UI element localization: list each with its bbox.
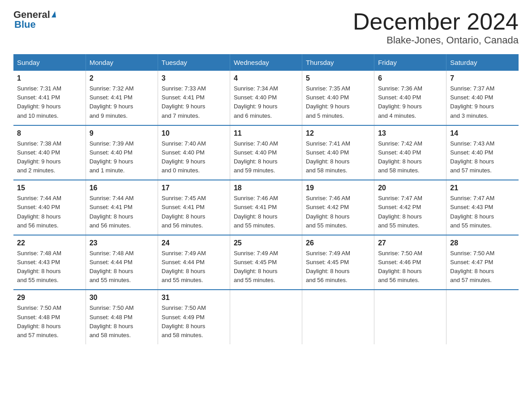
- day-number: 31: [162, 294, 226, 302]
- day-number: 11: [234, 129, 298, 137]
- calendar-cell: 12Sunrise: 7:41 AMSunset: 4:40 PMDayligh…: [302, 125, 374, 180]
- header-tuesday: Tuesday: [158, 54, 230, 71]
- day-number: 26: [306, 239, 370, 247]
- day-info: Sunrise: 7:44 AMSunset: 4:40 PMDaylight:…: [17, 194, 82, 230]
- day-info: Sunrise: 7:46 AMSunset: 4:41 PMDaylight:…: [234, 194, 298, 230]
- calendar-cell: 18Sunrise: 7:46 AMSunset: 4:41 PMDayligh…: [230, 180, 302, 235]
- day-number: 4: [234, 74, 298, 82]
- day-info: Sunrise: 7:41 AMSunset: 4:40 PMDaylight:…: [306, 139, 370, 176]
- calendar-cell: 2Sunrise: 7:32 AMSunset: 4:41 PMDaylight…: [86, 71, 158, 125]
- title-block: December 2024 Blake-Jones, Ontario, Cana…: [353, 9, 519, 46]
- day-info: Sunrise: 7:50 AMSunset: 4:47 PMDaylight:…: [450, 249, 515, 285]
- day-number: 6: [378, 74, 442, 82]
- day-number: 10: [162, 129, 226, 137]
- day-info: Sunrise: 7:32 AMSunset: 4:41 PMDaylight:…: [90, 84, 154, 120]
- header-sunday: Sunday: [13, 54, 86, 71]
- day-info: Sunrise: 7:48 AMSunset: 4:44 PMDaylight:…: [90, 249, 154, 285]
- calendar-cell: 16Sunrise: 7:44 AMSunset: 4:41 PMDayligh…: [86, 180, 158, 235]
- calendar-cell: 7Sunrise: 7:37 AMSunset: 4:40 PMDaylight…: [446, 71, 519, 125]
- calendar-cell: 28Sunrise: 7:50 AMSunset: 4:47 PMDayligh…: [446, 235, 519, 290]
- calendar-cell: 29Sunrise: 7:50 AMSunset: 4:48 PMDayligh…: [13, 290, 86, 344]
- day-number: 2: [90, 74, 154, 82]
- calendar-cell: [302, 290, 374, 344]
- day-number: 19: [306, 184, 370, 192]
- day-info: Sunrise: 7:37 AMSunset: 4:40 PMDaylight:…: [450, 84, 515, 120]
- calendar-subtitle: Blake-Jones, Ontario, Canada: [353, 34, 519, 46]
- day-number: 9: [90, 129, 154, 137]
- calendar-cell: 10Sunrise: 7:40 AMSunset: 4:40 PMDayligh…: [158, 125, 230, 180]
- calendar-cell: 6Sunrise: 7:36 AMSunset: 4:40 PMDaylight…: [374, 71, 446, 125]
- day-info: Sunrise: 7:50 AMSunset: 4:49 PMDaylight:…: [162, 304, 226, 340]
- calendar-week-row: 1Sunrise: 7:31 AMSunset: 4:41 PMDaylight…: [13, 71, 519, 125]
- logo: General Blue: [13, 9, 56, 30]
- day-number: 15: [17, 184, 82, 192]
- day-info: Sunrise: 7:49 AMSunset: 4:45 PMDaylight:…: [234, 249, 298, 285]
- calendar-cell: 31Sunrise: 7:50 AMSunset: 4:49 PMDayligh…: [158, 290, 230, 344]
- day-info: Sunrise: 7:42 AMSunset: 4:40 PMDaylight:…: [378, 139, 442, 176]
- day-number: 13: [378, 129, 442, 137]
- day-number: 7: [450, 74, 515, 82]
- day-number: 28: [450, 239, 515, 247]
- day-number: 12: [306, 129, 370, 137]
- day-info: Sunrise: 7:50 AMSunset: 4:46 PMDaylight:…: [378, 249, 442, 285]
- day-number: 5: [306, 74, 370, 82]
- calendar-cell: 1Sunrise: 7:31 AMSunset: 4:41 PMDaylight…: [13, 71, 86, 125]
- day-info: Sunrise: 7:47 AMSunset: 4:43 PMDaylight:…: [450, 194, 515, 230]
- calendar-cell: 3Sunrise: 7:33 AMSunset: 4:41 PMDaylight…: [158, 71, 230, 125]
- day-info: Sunrise: 7:38 AMSunset: 4:40 PMDaylight:…: [17, 139, 82, 176]
- calendar-cell: 22Sunrise: 7:48 AMSunset: 4:43 PMDayligh…: [13, 235, 86, 290]
- day-info: Sunrise: 7:40 AMSunset: 4:40 PMDaylight:…: [234, 139, 298, 176]
- calendar-cell: 26Sunrise: 7:49 AMSunset: 4:45 PMDayligh…: [302, 235, 374, 290]
- page-header: General Blue December 2024 Blake-Jones, …: [13, 9, 519, 46]
- calendar-cell: 30Sunrise: 7:50 AMSunset: 4:48 PMDayligh…: [86, 290, 158, 344]
- day-info: Sunrise: 7:50 AMSunset: 4:48 PMDaylight:…: [90, 304, 154, 340]
- day-info: Sunrise: 7:50 AMSunset: 4:48 PMDaylight:…: [17, 304, 82, 340]
- day-number: 17: [162, 184, 226, 192]
- calendar-cell: 5Sunrise: 7:35 AMSunset: 4:40 PMDaylight…: [302, 71, 374, 125]
- calendar-cell: 27Sunrise: 7:50 AMSunset: 4:46 PMDayligh…: [374, 235, 446, 290]
- day-number: 21: [450, 184, 515, 192]
- calendar-week-row: 22Sunrise: 7:48 AMSunset: 4:43 PMDayligh…: [13, 235, 519, 290]
- calendar-cell: [374, 290, 446, 344]
- calendar-cell: 11Sunrise: 7:40 AMSunset: 4:40 PMDayligh…: [230, 125, 302, 180]
- day-info: Sunrise: 7:48 AMSunset: 4:43 PMDaylight:…: [17, 249, 82, 285]
- day-number: 22: [17, 239, 82, 247]
- header-friday: Friday: [374, 54, 446, 71]
- day-info: Sunrise: 7:49 AMSunset: 4:44 PMDaylight:…: [162, 249, 226, 285]
- header-wednesday: Wednesday: [230, 54, 302, 71]
- calendar-cell: 9Sunrise: 7:39 AMSunset: 4:40 PMDaylight…: [86, 125, 158, 180]
- calendar-title: December 2024: [353, 9, 519, 34]
- day-number: 16: [90, 184, 154, 192]
- calendar-week-row: 15Sunrise: 7:44 AMSunset: 4:40 PMDayligh…: [13, 180, 519, 235]
- day-info: Sunrise: 7:49 AMSunset: 4:45 PMDaylight:…: [306, 249, 370, 285]
- day-info: Sunrise: 7:44 AMSunset: 4:41 PMDaylight:…: [90, 194, 154, 230]
- day-number: 29: [17, 294, 82, 302]
- calendar-cell: [230, 290, 302, 344]
- logo-blue: Blue: [13, 19, 36, 30]
- calendar-cell: 15Sunrise: 7:44 AMSunset: 4:40 PMDayligh…: [13, 180, 86, 235]
- calendar-header-row: SundayMondayTuesdayWednesdayThursdayFrid…: [13, 54, 519, 71]
- day-number: 14: [450, 129, 515, 137]
- day-info: Sunrise: 7:36 AMSunset: 4:40 PMDaylight:…: [378, 84, 442, 120]
- calendar-cell: 25Sunrise: 7:49 AMSunset: 4:45 PMDayligh…: [230, 235, 302, 290]
- calendar-cell: 21Sunrise: 7:47 AMSunset: 4:43 PMDayligh…: [446, 180, 519, 235]
- day-number: 24: [162, 239, 226, 247]
- header-saturday: Saturday: [446, 54, 519, 71]
- day-number: 3: [162, 74, 226, 82]
- header-thursday: Thursday: [302, 54, 374, 71]
- day-number: 1: [17, 74, 82, 82]
- header-monday: Monday: [86, 54, 158, 71]
- calendar-cell: 24Sunrise: 7:49 AMSunset: 4:44 PMDayligh…: [158, 235, 230, 290]
- calendar-table: SundayMondayTuesdayWednesdayThursdayFrid…: [13, 54, 519, 344]
- calendar-week-row: 8Sunrise: 7:38 AMSunset: 4:40 PMDaylight…: [13, 125, 519, 180]
- day-info: Sunrise: 7:45 AMSunset: 4:41 PMDaylight:…: [162, 194, 226, 230]
- calendar-cell: 17Sunrise: 7:45 AMSunset: 4:41 PMDayligh…: [158, 180, 230, 235]
- calendar-cell: 13Sunrise: 7:42 AMSunset: 4:40 PMDayligh…: [374, 125, 446, 180]
- calendar-cell: 23Sunrise: 7:48 AMSunset: 4:44 PMDayligh…: [86, 235, 158, 290]
- day-number: 20: [378, 184, 442, 192]
- calendar-cell: 8Sunrise: 7:38 AMSunset: 4:40 PMDaylight…: [13, 125, 86, 180]
- day-number: 18: [234, 184, 298, 192]
- day-number: 30: [90, 294, 154, 302]
- day-info: Sunrise: 7:40 AMSunset: 4:40 PMDaylight:…: [162, 139, 226, 176]
- calendar-cell: 19Sunrise: 7:46 AMSunset: 4:42 PMDayligh…: [302, 180, 374, 235]
